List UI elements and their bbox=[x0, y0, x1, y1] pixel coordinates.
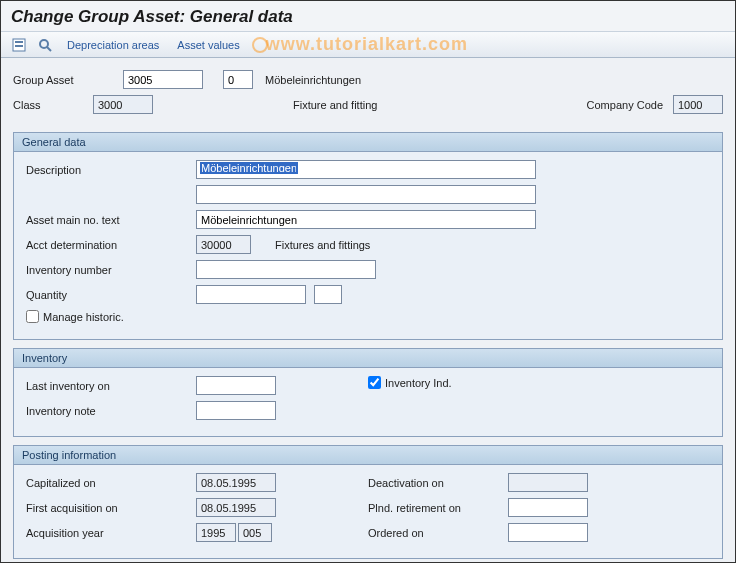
watermark: www.tutorialkart.com bbox=[252, 34, 468, 55]
plnd-retirement-label: Plnd. retirement on bbox=[368, 502, 508, 514]
manage-historic-label: Manage historic. bbox=[43, 311, 124, 323]
other-asset-icon[interactable] bbox=[9, 35, 29, 55]
inventory-number-field[interactable] bbox=[196, 260, 376, 279]
inventory-legend: Inventory bbox=[14, 349, 722, 368]
uom-field[interactable] bbox=[314, 285, 342, 304]
asset-values-link[interactable]: Asset values bbox=[171, 37, 245, 53]
page-title: Change Group Asset: General data bbox=[11, 7, 725, 27]
svg-rect-1 bbox=[15, 41, 23, 43]
description2-field[interactable] bbox=[196, 185, 536, 204]
general-data-fieldset: General data Description Möbeleinrichtun… bbox=[13, 132, 723, 340]
description-field[interactable] bbox=[196, 160, 536, 179]
class-label: Class bbox=[13, 99, 93, 111]
description-label: Description bbox=[26, 164, 196, 176]
inventory-number-label: Inventory number bbox=[26, 264, 196, 276]
group-asset-label: Group Asset bbox=[13, 74, 123, 86]
group-asset-field[interactable] bbox=[123, 70, 203, 89]
inventory-note-label: Inventory note bbox=[26, 405, 196, 417]
inventory-note-field[interactable] bbox=[196, 401, 276, 420]
header-area: Group Asset Möbeleinrichtungen Class Fix… bbox=[13, 66, 723, 124]
acquisition-year-label: Acquisition year bbox=[26, 527, 196, 539]
inventory-ind-label: Inventory Ind. bbox=[385, 377, 452, 389]
svg-point-3 bbox=[40, 40, 48, 48]
inventory-ind-checkbox[interactable] bbox=[368, 376, 381, 389]
first-acquisition-label: First acquisition on bbox=[26, 502, 196, 514]
acquisition-year-field bbox=[196, 523, 236, 542]
posting-legend: Posting information bbox=[14, 446, 722, 465]
acct-determination-label: Acct determination bbox=[26, 239, 196, 251]
last-inventory-label: Last inventory on bbox=[26, 380, 196, 392]
svg-rect-2 bbox=[15, 45, 23, 47]
general-data-legend: General data bbox=[14, 133, 722, 152]
first-acquisition-field bbox=[196, 498, 276, 517]
quantity-label: Quantity bbox=[26, 289, 196, 301]
capitalized-on-field bbox=[196, 473, 276, 492]
posting-fieldset: Posting information Capitalized on First… bbox=[13, 445, 723, 559]
toolbar: Depreciation areas Asset values www.tuto… bbox=[1, 32, 735, 58]
quantity-field[interactable] bbox=[196, 285, 306, 304]
asset-main-text-label: Asset main no. text bbox=[26, 214, 196, 226]
watermark-logo-icon bbox=[252, 37, 268, 53]
group-asset-sub-field[interactable] bbox=[223, 70, 253, 89]
class-text: Fixture and fitting bbox=[293, 99, 377, 111]
deactivation-on-field bbox=[508, 473, 588, 492]
company-code-field bbox=[673, 95, 723, 114]
company-code-label: Company Code bbox=[587, 99, 663, 111]
svg-line-4 bbox=[47, 47, 51, 51]
acct-determination-field bbox=[196, 235, 251, 254]
display-icon[interactable] bbox=[35, 35, 55, 55]
capitalized-on-label: Capitalized on bbox=[26, 477, 196, 489]
title-bar: Change Group Asset: General data bbox=[1, 1, 735, 32]
depreciation-areas-link[interactable]: Depreciation areas bbox=[61, 37, 165, 53]
manage-historic-checkbox[interactable] bbox=[26, 310, 39, 323]
group-asset-text: Möbeleinrichtungen bbox=[265, 74, 361, 86]
last-inventory-field[interactable] bbox=[196, 376, 276, 395]
inventory-fieldset: Inventory Last inventory on Inventory no… bbox=[13, 348, 723, 437]
ordered-on-label: Ordered on bbox=[368, 527, 508, 539]
acct-determination-text: Fixtures and fittings bbox=[275, 239, 370, 251]
ordered-on-field[interactable] bbox=[508, 523, 588, 542]
content: Group Asset Möbeleinrichtungen Class Fix… bbox=[1, 58, 735, 563]
class-field bbox=[93, 95, 153, 114]
asset-main-text-field[interactable] bbox=[196, 210, 536, 229]
acquisition-period-field bbox=[238, 523, 272, 542]
deactivation-on-label: Deactivation on bbox=[368, 477, 508, 489]
plnd-retirement-field[interactable] bbox=[508, 498, 588, 517]
